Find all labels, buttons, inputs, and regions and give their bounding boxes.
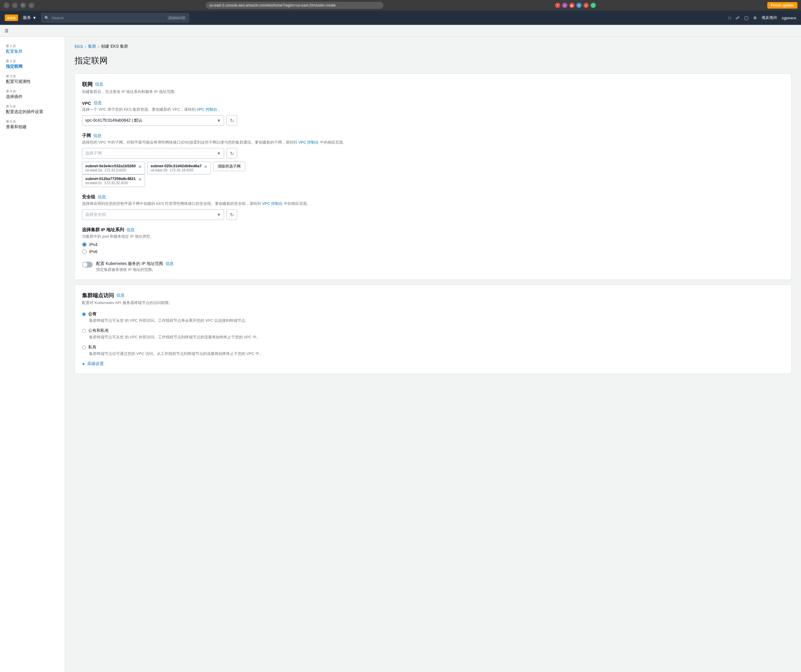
aws-logo: aws xyxy=(5,14,18,21)
access-public-private-option[interactable]: 公有和私有 集群终端节点可从您 的 VPC 外部访问。工作线程节点到终端节点的流… xyxy=(82,328,784,340)
k8s-service-ip-info-link[interactable]: 信息 xyxy=(166,261,174,267)
ipv6-option[interactable]: IPv6 xyxy=(82,249,784,254)
sidebar-step-3[interactable]: 第 3 步 配置可观测性 xyxy=(0,72,65,87)
sidebar-step-6[interactable]: 第 6 步 查看和创建 xyxy=(0,117,65,132)
network-info-link[interactable]: 信息 xyxy=(95,82,103,87)
subnet-tags-row2: subnet-012ba77259a9c4821 us-east-2c 172.… xyxy=(82,174,784,187)
ip-label: 选择集群 IP 地址系列 信息 xyxy=(82,227,784,233)
ipv6-label: IPv6 xyxy=(89,249,97,254)
nav-icon-3[interactable]: ◯ xyxy=(744,16,749,20)
vpc-section: VPC 信息 选择一个 VPC 用于您的 EKS 集群资源。要创建新的 VPC，… xyxy=(82,100,784,126)
ip-label-text: 选择集群 IP 地址系列 xyxy=(82,227,124,233)
private-label: 私有 xyxy=(88,345,97,350)
forward-btn[interactable]: → xyxy=(12,2,18,8)
sg-select[interactable]: 选择安全组 ▼ xyxy=(82,209,224,220)
subnet-0-remove-button[interactable]: ✕ xyxy=(138,164,142,169)
subnet-0-cidr: 172.31.0.0/20 xyxy=(105,168,126,172)
public-radio[interactable] xyxy=(82,312,86,316)
services-chevron: ▼ xyxy=(32,15,36,20)
subnet-label-text: 子网 xyxy=(82,133,91,138)
sg-vpc-console-link[interactable]: VPC 控制台 xyxy=(262,201,283,206)
sg-refresh-button[interactable]: ↻ xyxy=(227,209,237,220)
sg-label: 安全组 信息 xyxy=(82,194,784,200)
finish-update-button[interactable]: Finish update xyxy=(767,2,798,9)
search-bar[interactable]: 🔍 Search [Option+S] xyxy=(41,13,189,23)
step-4-num: 第 4 步 xyxy=(6,89,59,93)
breadcrumb-eks[interactable]: EKS xyxy=(75,44,83,49)
url-bar[interactable]: us-east-2.console.aws.amazon.com/eks/hom… xyxy=(206,2,383,9)
clear-subnets-button[interactable]: 清除所选子网 xyxy=(213,162,245,171)
ip-desc: 为集群中的 pod 和服务指定 IP 地址类型。 xyxy=(82,234,784,239)
subnet-1-id: subnet-020c31d42db6ed6a7 xyxy=(151,164,202,168)
step-3-num: 第 3 步 xyxy=(6,74,59,79)
reload-btn[interactable]: ↻ xyxy=(20,2,26,8)
public-label: 公有 xyxy=(88,312,97,317)
search-shortcut: [Option+S] xyxy=(167,16,186,20)
region-label[interactable]: 俄亥俄州 xyxy=(762,15,777,21)
public-private-radio[interactable] xyxy=(82,329,86,333)
sidebar-step-4[interactable]: 第 4 步 选择插件 xyxy=(0,87,65,102)
step-5-name: 配置选定的插件设置 xyxy=(6,109,59,114)
subnet-select[interactable]: 选择子网 ▼ xyxy=(82,148,224,159)
breadcrumb-sep-2: › xyxy=(98,44,100,49)
endpoint-info-link[interactable]: 信息 xyxy=(116,293,125,298)
breadcrumb-cluster[interactable]: 集群 xyxy=(88,44,96,49)
sg-info-link[interactable]: 信息 xyxy=(98,195,106,200)
ip-info-link[interactable]: 信息 xyxy=(126,227,135,233)
public-desc: 集群终端节点可从您 的 VPC 外部访问。工作线程节点将会离开您的 VPC 以连… xyxy=(82,318,784,323)
k8s-service-ip-content: 配置 Kubernetes 服务的 IP 地址范围 信息 指定集群服务接收 IP… xyxy=(96,261,174,272)
advanced-chevron-icon: ► xyxy=(82,362,85,366)
vpc-refresh-button[interactable]: ↻ xyxy=(227,115,237,126)
access-private-option[interactable]: 私有 集群终端节点仅可通过您的 VPC 访问。从工作线程节点到终端节点的流量将始… xyxy=(82,345,784,357)
vpc-console-link[interactable]: VPC 控制台 xyxy=(196,107,217,112)
ipv4-option[interactable]: IPv4 xyxy=(82,242,784,247)
ext-icon-4: ✦ xyxy=(576,3,582,8)
k8s-service-ip-toggle[interactable] xyxy=(82,262,93,268)
services-menu[interactable]: 服务 ▼ xyxy=(23,15,36,21)
nav-icon-4[interactable]: ⚙ xyxy=(753,16,757,20)
username-label[interactable]: zgpeace xyxy=(782,16,796,20)
vpc-desc-start: 选择一个 VPC 用于您的 EKS 集群资源。要创建新的 VPC，请转到 xyxy=(82,107,196,112)
vpc-desc-end: 。 xyxy=(218,107,222,112)
step-2-name: 指定联网 xyxy=(6,64,59,69)
ipv4-radio[interactable] xyxy=(82,242,87,247)
private-radio[interactable] xyxy=(82,346,86,349)
aws-topnav: aws 服务 ▼ 🔍 Search [Option+S] □ ☍ ◯ ⚙ 俄亥俄… xyxy=(0,11,801,25)
subnet-1-az: us-east-2b xyxy=(151,168,167,172)
home-btn[interactable]: ⌂ xyxy=(29,2,34,8)
vpc-info-link[interactable]: 信息 xyxy=(93,100,102,106)
subnet-info-link[interactable]: 信息 xyxy=(93,133,101,138)
step-5-num: 第 5 步 xyxy=(6,104,59,109)
subnet-2-remove-button[interactable]: ✕ xyxy=(138,177,142,182)
subnet-vpc-console-link[interactable]: VPC 控制台 xyxy=(298,140,319,145)
sg-label-text: 安全组 xyxy=(82,194,95,200)
ipv6-radio[interactable] xyxy=(82,249,87,254)
step-4-name: 选择插件 xyxy=(6,94,59,100)
sg-desc: 选择将应用到在您的控制平面子网中创建的 EKS 托管弹性网络接口的安全组。要创建… xyxy=(82,201,784,206)
vpc-select[interactable]: vpc-0c417fc3149ab0842 | 默认 ▼ xyxy=(82,115,224,126)
subnet-tag-0: subnet-0e3e4cc532a1b5260 us-east-2a 172.… xyxy=(82,162,145,174)
subnet-refresh-button[interactable]: ↻ xyxy=(227,148,237,159)
k8s-service-ip-sub: 指定集群服务接收 IP 地址的范围。 xyxy=(96,267,174,272)
sidebar-step-5[interactable]: 第 5 步 配置选定的插件设置 xyxy=(0,102,65,117)
subnet-1-remove-button[interactable]: ✕ xyxy=(204,164,207,169)
hamburger-icon[interactable]: ☰ xyxy=(5,29,9,33)
step-6-name: 查看和创建 xyxy=(6,124,59,130)
back-btn[interactable]: ← xyxy=(3,2,10,8)
public-private-label: 公有和私有 xyxy=(88,328,109,333)
services-label: 服务 xyxy=(23,15,31,21)
vpc-chevron-icon: ▼ xyxy=(217,118,221,123)
nav-icon-2[interactable]: ☍ xyxy=(735,16,740,20)
subnet-tag-1-content: subnet-020c31d42db6ed6a7 us-east-2b 172.… xyxy=(151,164,202,172)
access-public-private-radio-row: 公有和私有 xyxy=(82,328,784,333)
step-1-name[interactable]: 配置集群 xyxy=(6,49,59,54)
access-public-option[interactable]: 公有 集群终端节点可从您 的 VPC 外部访问。工作线程节点将会离开您的 VPC… xyxy=(82,312,784,323)
sidebar-step-1[interactable]: 第 1 步 配置集群 xyxy=(0,42,65,56)
access-private-radio-row: 私有 xyxy=(82,345,784,350)
vpc-label: VPC 信息 xyxy=(82,100,784,106)
advanced-settings-toggle[interactable]: ► 高级设置 xyxy=(82,361,784,367)
step-6-num: 第 6 步 xyxy=(6,119,59,124)
k8s-service-ip-row: 配置 Kubernetes 服务的 IP 地址范围 信息 指定集群服务接收 IP… xyxy=(82,261,784,272)
access-public-radio-row: 公有 xyxy=(82,312,784,317)
nav-icon-1[interactable]: □ xyxy=(729,16,731,20)
